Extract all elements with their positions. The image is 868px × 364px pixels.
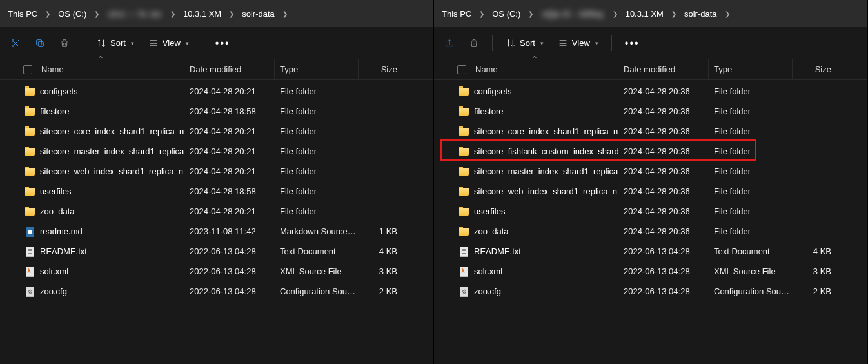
cut-button[interactable] xyxy=(5,34,26,52)
file-type: File folder xyxy=(709,167,793,176)
file-name: readme.md xyxy=(40,227,83,236)
chevron-right-icon[interactable]: ❯ xyxy=(669,10,679,17)
file-row[interactable]: configsets2024-04-28 20:36File folder xyxy=(434,81,867,101)
delete-button[interactable] xyxy=(54,34,75,52)
file-name: sitecore_fishtank_custom_index_shard1_r… xyxy=(474,147,618,156)
file-row[interactable]: configsets2024-04-28 20:21File folder xyxy=(0,81,433,101)
file-row[interactable]: readme.md2023-11-08 11:42Markdown Source… xyxy=(0,221,433,241)
more-button[interactable]: ••• xyxy=(210,35,235,52)
share-button[interactable] xyxy=(439,34,460,52)
file-row[interactable]: README.txt2022-06-13 04:28Text Document4… xyxy=(434,241,867,261)
chevron-right-icon[interactable]: ❯ xyxy=(722,10,733,17)
file-row[interactable]: userfiles2024-04-28 20:36File folder xyxy=(434,201,867,221)
breadcrumb-label: OS (C:) xyxy=(489,9,523,19)
col-size[interactable]: Size xyxy=(793,59,838,79)
file-row[interactable]: solr.xml2022-06-13 04:28XML Source File3… xyxy=(434,261,867,281)
file-icon xyxy=(25,287,35,297)
sort-button[interactable]: Sort ▾ xyxy=(91,34,139,52)
select-all-checkbox[interactable] xyxy=(453,59,470,79)
breadcrumb-label: eQa G : kDbq xyxy=(538,9,607,19)
file-row[interactable]: zoo_data2024-04-28 20:36File folder xyxy=(434,221,867,241)
toolbar-divider xyxy=(83,35,83,51)
chevron-right-icon[interactable]: ❯ xyxy=(92,10,102,17)
col-name[interactable]: Name xyxy=(36,59,184,79)
breadcrumb-segment[interactable]: OS (C:) xyxy=(489,9,523,19)
file-type: File folder xyxy=(709,147,793,156)
file-row[interactable]: sitecore_web_index_shard1_replica_n12024… xyxy=(0,161,433,181)
chevron-right-icon[interactable]: ❯ xyxy=(610,10,620,17)
file-row[interactable]: zoo_data2024-04-28 20:21File folder xyxy=(0,201,433,221)
col-date[interactable]: Date modified xyxy=(184,59,275,79)
file-date: 2022-06-13 04:28 xyxy=(618,287,709,296)
chevron-right-icon[interactable]: ❯ xyxy=(477,10,487,17)
breadcrumb-bar[interactable]: This PC❯OS (C:)❯ztrc -: fc ee❯10.3.1 XM❯… xyxy=(0,0,433,27)
col-type[interactable]: Type xyxy=(709,59,793,79)
file-type: File folder xyxy=(709,126,793,136)
breadcrumb-segment[interactable]: OS (C:) xyxy=(55,9,89,19)
file-type: File folder xyxy=(709,227,793,236)
breadcrumb-segment[interactable]: This PC xyxy=(439,9,474,19)
file-date: 2024-04-28 20:21 xyxy=(184,86,275,96)
chevron-right-icon[interactable]: ❯ xyxy=(168,10,178,17)
view-button[interactable]: View ▾ xyxy=(143,34,194,52)
breadcrumb-label: solr-data xyxy=(239,9,277,19)
file-row[interactable]: sitecore_master_index_shard1_replica_n12… xyxy=(0,141,433,161)
file-name: configsets xyxy=(40,86,78,96)
folder-icon xyxy=(25,167,35,177)
copy-button[interactable] xyxy=(30,34,50,52)
file-row[interactable]: solr.xml2022-06-13 04:28XML Source File3… xyxy=(0,261,433,281)
column-headers: ⌃ Name Date modified Type Size xyxy=(434,59,867,80)
file-list: configsets2024-04-28 20:21File folderfil… xyxy=(0,80,433,364)
file-row[interactable]: filestore2024-04-28 20:36File folder xyxy=(434,101,867,121)
file-date: 2024-04-28 20:36 xyxy=(618,187,709,196)
file-type: File folder xyxy=(275,106,359,116)
file-date: 2024-04-28 20:36 xyxy=(618,86,709,96)
toolbar: Sort ▾ View ▾ ••• xyxy=(434,27,867,59)
file-row[interactable]: sitecore_web_index_shard1_replica_n12024… xyxy=(434,181,867,201)
col-type[interactable]: Type xyxy=(275,59,359,79)
chevron-down-icon: ▾ xyxy=(540,40,544,46)
file-row[interactable]: userfiles2024-04-28 18:58File folder xyxy=(0,181,433,201)
delete-button[interactable] xyxy=(464,34,484,52)
breadcrumb-segment[interactable]: eQa G : kDbq xyxy=(538,9,607,19)
file-name: sitecore_web_index_shard1_replica_n1 xyxy=(474,187,618,196)
breadcrumb-segment[interactable]: 10.3.1 XM xyxy=(181,9,224,19)
select-all-checkbox[interactable] xyxy=(19,59,36,79)
breadcrumb-segment[interactable]: solr-data xyxy=(682,9,720,19)
file-row[interactable]: sitecore_core_index_shard1_replica_n1202… xyxy=(0,121,433,141)
file-row[interactable]: README.txt2022-06-13 04:28Text Document4… xyxy=(0,241,433,261)
file-row[interactable]: sitecore_core_index_shard1_replica_n1202… xyxy=(434,121,867,141)
col-name[interactable]: Name xyxy=(470,59,618,79)
chevron-right-icon[interactable]: ❯ xyxy=(526,10,536,17)
chevron-right-icon[interactable]: ❯ xyxy=(280,10,290,17)
folder-icon xyxy=(459,207,469,217)
more-button[interactable]: ••• xyxy=(620,35,645,52)
chevron-right-icon[interactable]: ❯ xyxy=(43,10,53,17)
breadcrumb-label: This PC xyxy=(439,9,474,19)
view-button[interactable]: View ▾ xyxy=(553,34,604,52)
svg-point-0 xyxy=(12,39,14,41)
folder-icon xyxy=(25,187,35,197)
sort-button[interactable]: Sort ▾ xyxy=(500,34,549,52)
breadcrumb-segment[interactable]: 10.3.1 XM xyxy=(623,9,666,19)
file-row[interactable]: zoo.cfg2022-06-13 04:28Configuration Sou… xyxy=(434,281,867,301)
file-size: 4 KB xyxy=(359,247,404,256)
file-size: 2 KB xyxy=(793,287,838,296)
file-row[interactable]: sitecore_master_index_shard1_replica_n12… xyxy=(434,161,867,181)
file-type: File folder xyxy=(275,147,359,156)
file-name: configsets xyxy=(474,86,512,96)
file-row[interactable]: sitecore_fishtank_custom_index_shard1_r…… xyxy=(434,141,867,161)
breadcrumb-segment[interactable]: This PC xyxy=(5,9,40,19)
breadcrumb-segment[interactable]: ztrc -: fc ee xyxy=(104,9,165,19)
breadcrumb-bar[interactable]: This PC❯OS (C:)❯eQa G : kDbq❯10.3.1 XM❯s… xyxy=(434,0,867,27)
file-row[interactable]: zoo.cfg2022-06-13 04:28Configuration Sou… xyxy=(0,281,433,301)
breadcrumb-segment[interactable]: solr-data xyxy=(239,9,277,19)
file-type: File folder xyxy=(275,86,359,96)
col-size[interactable]: Size xyxy=(359,59,404,79)
file-name: sitecore_core_index_shard1_replica_n1 xyxy=(40,126,184,136)
file-icon xyxy=(459,267,469,277)
breadcrumb-label: 10.3.1 XM xyxy=(623,9,666,19)
chevron-right-icon[interactable]: ❯ xyxy=(226,10,237,17)
file-row[interactable]: filestore2024-04-28 18:58File folder xyxy=(0,101,433,121)
col-date[interactable]: Date modified xyxy=(618,59,709,79)
